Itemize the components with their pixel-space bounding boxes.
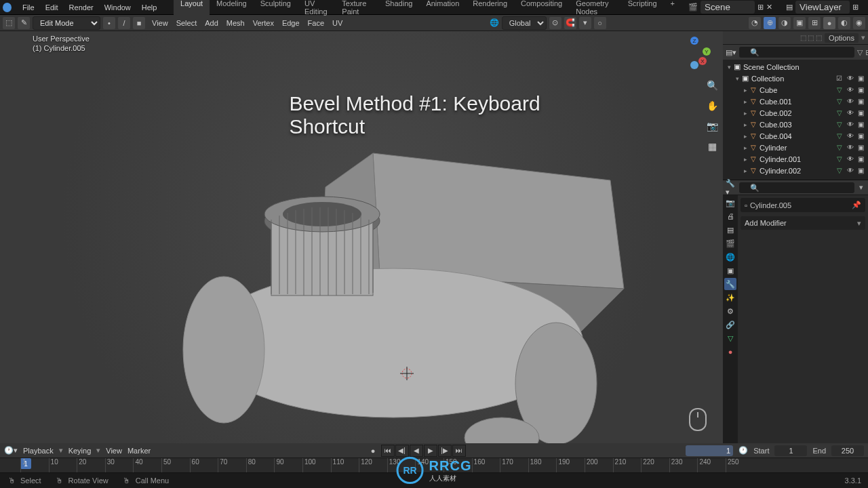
ptab-world[interactable]: 🌐 [724,251,736,263]
ptab-physics[interactable]: ⚙ [724,305,736,317]
play-reverse-icon[interactable]: ◀ [410,445,423,457]
outliner-mode-icon[interactable]: ▤▾ [726,48,736,57]
zoom-icon[interactable]: 🔍 [705,79,719,92]
axis-z[interactable]: Z [690,37,698,45]
timeline-sync-icon[interactable]: 🕐 [738,446,748,455]
outliner-filter-icon[interactable]: ▽ [857,47,863,57]
outliner-row[interactable]: ▸▽Cube.004▽👁▣ [723,130,868,142]
new-scene-icon[interactable]: ⊞ [757,3,764,12]
autokey-icon[interactable]: ● [371,447,376,455]
perspective-icon[interactable]: ▦ [705,140,719,153]
outliner-search-input[interactable] [739,47,854,58]
gizmo-icon[interactable]: ⊕ [764,17,776,29]
ptab-constraints[interactable]: 🔗 [724,319,736,331]
outliner-row[interactable]: ▸▽Cylinder.003▽👁▣ [723,176,868,180]
ptab-render[interactable]: 📷 [724,197,736,209]
face-select-icon[interactable]: ■ [133,17,145,29]
orientation-selector[interactable]: Global [502,16,547,30]
timeline-editor-icon[interactable]: 🕐▾ [4,446,18,455]
workspace-tab-texture-paint[interactable]: Texture Paint [335,0,378,18]
header-menu-edge[interactable]: Edge [278,18,304,28]
ptab-particles[interactable]: ✨ [724,291,736,304]
outliner-row[interactable]: ▾▣Collection☑👁▣ [723,73,868,84]
outliner-row[interactable]: ▸▽Cube.001▽👁▣ [723,96,868,107]
timeline-marker[interactable]: Marker [127,447,151,455]
xray-icon[interactable]: ▣ [793,17,806,29]
axis-x[interactable]: X [698,57,707,65]
jump-start-icon[interactable]: ⏮ [381,445,395,457]
header-menu-mesh[interactable]: Mesh [222,18,249,28]
start-frame-input[interactable] [774,445,807,456]
workspace-tab-layout[interactable]: Layout [174,0,210,18]
overlay-icon[interactable]: ◑ [778,17,791,29]
property-breadcrumb[interactable]: ▫Cylinder.005 📌 [741,198,865,212]
workspace-tab-scripting[interactable]: Scripting [621,0,664,18]
add-modifier-button[interactable]: Add Modifier ▾ [741,216,865,230]
header-menu-select[interactable]: Select [172,18,201,28]
outliner-row[interactable]: ▸▽Cylinder.002▽👁▣ [723,165,868,176]
timeline-view[interactable]: View [106,447,122,455]
current-frame-input[interactable] [686,445,733,456]
axis-y[interactable]: Y [703,47,711,56]
menu-help[interactable]: Help [136,2,163,13]
ptab-object[interactable]: ▣ [724,264,736,277]
menu-render[interactable]: Render [64,2,99,13]
workspace-tab-geometry-nodes[interactable]: Geometry Nodes [569,0,621,18]
menu-file[interactable]: File [17,2,40,13]
axis-neg-z[interactable] [690,61,698,69]
workspace-tab-rendering[interactable]: Rendering [466,0,514,18]
snap-target-icon[interactable]: ▾ [579,17,591,29]
shading-rendered-icon[interactable]: ◉ [853,17,865,29]
timeline-keying[interactable]: Keying [68,447,92,455]
shading-wire-icon[interactable]: ⊞ [808,17,821,29]
camera-icon[interactable]: 📷 [705,119,719,133]
proportional-icon[interactable]: ○ [594,17,606,29]
viewlayer-name-input[interactable] [795,1,850,14]
axis-gizmo[interactable]: Z Y X [678,37,711,69]
timeline-ruler[interactable]: 1 11020304050607080901001101201301401501… [0,458,868,473]
play-icon[interactable]: ▶ [424,445,437,457]
mode-icon[interactable]: ✎ [18,17,30,29]
workspace-tab-shading[interactable]: Shading [378,0,419,18]
header-menu-vertex[interactable]: Vertex [249,18,278,28]
3d-viewport[interactable]: User Perspective (1) Cylinder.005 Bevel … [0,31,723,443]
scene-name-input[interactable] [701,1,755,14]
end-frame-input[interactable] [831,445,864,456]
properties-mode-icon[interactable]: 🔧▾ [726,179,736,197]
outliner-row[interactable]: ▸▽Cube.002▽👁▣ [723,107,868,119]
pan-icon[interactable]: ✋ [705,99,719,113]
outliner-row[interactable]: ▸▽Cube▽👁▣ [723,84,868,96]
outliner-row[interactable]: ▸▽Cylinder▽👁▣ [723,142,868,153]
workspace-tab-modeling[interactable]: Modeling [210,0,254,18]
shading-solid-icon[interactable]: ● [823,17,835,29]
header-menu-add[interactable]: Add [201,18,222,28]
menu-edit[interactable]: Edit [40,2,64,13]
header-menu-view[interactable]: View [148,18,172,28]
keyframe-next-icon[interactable]: |▶ [438,445,452,457]
snap-icon[interactable]: 🧲 [564,17,576,29]
outliner-row[interactable]: ▸▽Cylinder.001▽👁▣ [723,153,868,165]
new-layer-icon[interactable]: ⊞ [852,3,859,12]
delete-scene-icon[interactable]: ✕ [766,3,772,12]
add-workspace-button[interactable]: + [664,0,682,18]
outliner-row[interactable]: ▸▽Cube.003▽👁▣ [723,119,868,130]
properties-search-input[interactable] [739,182,854,193]
workspace-tab-compositing[interactable]: Compositing [514,0,569,18]
mode-selector[interactable]: Edit Mode [33,16,100,30]
mesh-display-icon[interactable]: ◔ [749,17,761,29]
ptab-modifiers[interactable]: 🔧 [724,278,736,290]
ptab-output[interactable]: 🖨 [724,210,736,222]
shading-matprev-icon[interactable]: ◐ [838,17,850,29]
properties-options-icon[interactable]: ▾ [857,183,865,192]
header-menu-face[interactable]: Face [304,18,328,28]
outliner-new-collection-icon[interactable]: ⊞ [865,47,868,57]
workspace-tab-uv-editing[interactable]: UV Editing [298,0,335,18]
ptab-viewlayer[interactable]: ▤ [724,224,736,236]
workspace-tab-animation[interactable]: Animation [419,0,466,18]
header-menu-uv[interactable]: UV [328,18,347,28]
edge-select-icon[interactable]: / [118,17,130,29]
options-button[interactable]: Options [825,33,859,43]
editor-type-icon[interactable]: ⬚ [3,17,15,29]
pivot-icon[interactable]: ⊙ [549,17,561,29]
ptab-scene[interactable]: 🎬 [724,237,736,249]
